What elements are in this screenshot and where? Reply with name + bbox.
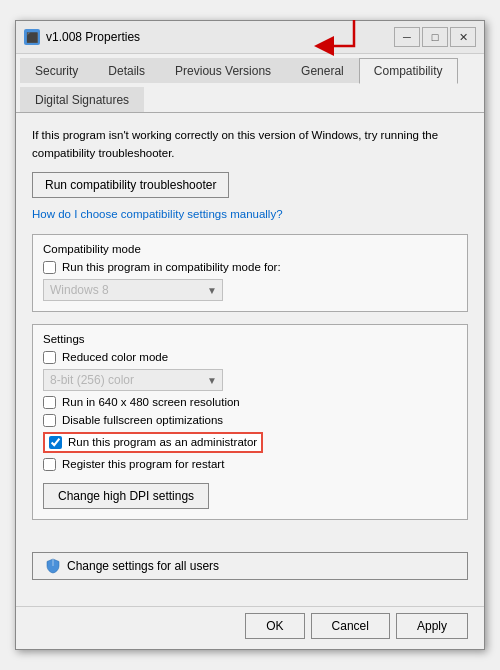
tab-security[interactable]: Security xyxy=(20,58,93,83)
restart-label: Register this program for restart xyxy=(62,458,224,470)
close-button[interactable]: ✕ xyxy=(450,27,476,47)
compatibility-mode-group: Compatibility mode Run this program in c… xyxy=(32,234,468,312)
compatibility-mode-label: Compatibility mode xyxy=(43,243,457,255)
tab-previous-versions[interactable]: Previous Versions xyxy=(160,58,286,83)
tab-bar-wrapper: Security Details Previous Versions Gener… xyxy=(16,54,484,113)
shield-icon xyxy=(45,558,61,574)
tab-general[interactable]: General xyxy=(286,58,359,83)
fullscreen-label: Disable fullscreen optimizations xyxy=(62,414,223,426)
tab-bar: Security Details Previous Versions Gener… xyxy=(16,54,484,113)
main-content: If this program isn't working correctly … xyxy=(16,113,484,546)
settings-group-label: Settings xyxy=(43,333,457,345)
reduced-color-row: Reduced color mode xyxy=(43,351,457,364)
fullscreen-row: Disable fullscreen optimizations xyxy=(43,414,457,427)
reduced-color-checkbox[interactable] xyxy=(43,351,56,364)
footer-buttons: OK Cancel Apply xyxy=(16,606,484,649)
compatibility-dropdown-wrapper: Windows 8 Windows 7 Windows Vista Window… xyxy=(43,279,223,301)
resolution-row: Run in 640 x 480 screen resolution xyxy=(43,396,457,409)
compatibility-dropdown[interactable]: Windows 8 Windows 7 Windows Vista Window… xyxy=(43,279,223,301)
change-all-button[interactable]: Change settings for all users xyxy=(32,552,468,580)
admin-row: Run this program as an administrator xyxy=(43,432,457,453)
color-depth-dropdown[interactable]: 8-bit (256) color xyxy=(43,369,223,391)
restart-checkbox[interactable] xyxy=(43,458,56,471)
restart-row: Register this program for restart xyxy=(43,458,457,471)
resolution-label: Run in 640 x 480 screen resolution xyxy=(62,396,240,408)
resolution-checkbox[interactable] xyxy=(43,396,56,409)
ok-button[interactable]: OK xyxy=(245,613,304,639)
troubleshoot-button[interactable]: Run compatibility troubleshooter xyxy=(32,172,229,198)
reduced-color-label: Reduced color mode xyxy=(62,351,168,363)
title-bar-left: ⬛ v1.008 Properties xyxy=(24,29,140,45)
tab-details[interactable]: Details xyxy=(93,58,160,83)
change-dpi-button[interactable]: Change high DPI settings xyxy=(43,483,209,509)
compatibility-mode-checkbox-label: Run this program in compatibility mode f… xyxy=(62,261,281,273)
maximize-button[interactable]: □ xyxy=(422,27,448,47)
compatibility-mode-checkbox[interactable] xyxy=(43,261,56,274)
title-bar-controls: ─ □ ✕ xyxy=(394,27,476,47)
cancel-button[interactable]: Cancel xyxy=(311,613,390,639)
properties-window: ⬛ v1.008 Properties ─ □ ✕ Security Detai… xyxy=(15,20,485,650)
window-title: v1.008 Properties xyxy=(46,30,140,44)
admin-highlighted-row: Run this program as an administrator xyxy=(43,432,263,453)
compatibility-mode-checkbox-row: Run this program in compatibility mode f… xyxy=(43,261,457,274)
apply-button[interactable]: Apply xyxy=(396,613,468,639)
color-depth-dropdown-row: 8-bit (256) color ▼ xyxy=(43,369,457,391)
title-bar: ⬛ v1.008 Properties ─ □ ✕ xyxy=(16,21,484,54)
info-text: If this program isn't working correctly … xyxy=(32,127,468,162)
tab-compatibility[interactable]: Compatibility xyxy=(359,58,458,84)
fullscreen-checkbox[interactable] xyxy=(43,414,56,427)
manual-settings-link[interactable]: How do I choose compatibility settings m… xyxy=(32,208,468,220)
compatibility-dropdown-row: Windows 8 Windows 7 Windows Vista Window… xyxy=(43,279,457,301)
color-depth-dropdown-wrapper: 8-bit (256) color ▼ xyxy=(43,369,223,391)
bottom-section: Change settings for all users xyxy=(16,546,484,606)
tab-digital-signatures[interactable]: Digital Signatures xyxy=(20,87,144,112)
window-icon: ⬛ xyxy=(24,29,40,45)
admin-checkbox[interactable] xyxy=(49,436,62,449)
change-all-label: Change settings for all users xyxy=(67,559,219,573)
settings-group: Settings Reduced color mode 8-bit (256) … xyxy=(32,324,468,520)
admin-label: Run this program as an administrator xyxy=(68,436,257,448)
minimize-button[interactable]: ─ xyxy=(394,27,420,47)
